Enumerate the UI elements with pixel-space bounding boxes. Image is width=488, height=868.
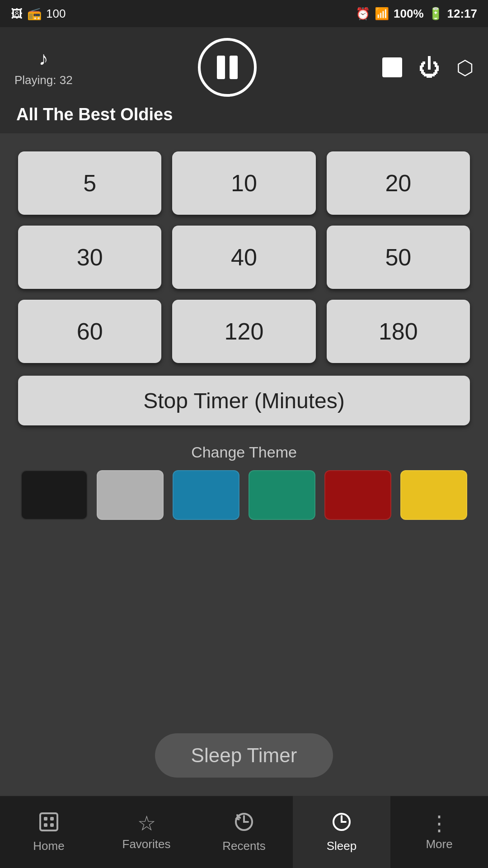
top-row: ♪ Playing: 32 ⏻ ⬡ — [14, 38, 474, 97]
power-button[interactable]: ⏻ — [418, 55, 440, 80]
status-bar-right: ⏰ 📶 100% 🔋 12:17 — [356, 7, 477, 21]
control-buttons: ⏻ ⬡ — [382, 55, 474, 80]
theme-red[interactable] — [324, 470, 391, 520]
timer-180-button[interactable]: 180 — [327, 300, 470, 363]
share-button[interactable]: ⬡ — [456, 56, 474, 79]
svg-rect-1 — [44, 817, 47, 821]
timer-40-button[interactable]: 40 — [172, 226, 315, 289]
theme-yellow[interactable] — [400, 470, 467, 520]
battery-icon: 🔋 — [428, 7, 443, 21]
status-bar: 🖼 📻 100 ⏰ 📶 100% 🔋 12:17 — [0, 0, 488, 27]
nav-favorites[interactable]: ☆ Favorites — [98, 796, 195, 868]
home-icon — [38, 811, 59, 835]
timer-20-button[interactable]: 20 — [327, 151, 470, 215]
favorites-icon: ☆ — [137, 813, 156, 834]
more-icon: ⋮ — [429, 813, 450, 834]
signal-strength: 100 — [46, 7, 66, 21]
music-note-icon: ♪ — [39, 48, 48, 70]
timer-30-button[interactable]: 30 — [18, 226, 161, 289]
nav-sleep-label: Sleep — [327, 839, 357, 853]
theme-swatches — [18, 470, 470, 520]
nav-home[interactable]: Home — [0, 796, 98, 868]
pause-button[interactable] — [198, 38, 257, 97]
bottom-nav: Home ☆ Favorites Recents Sleep ⋮ More — [0, 796, 488, 868]
clock-time: 12:17 — [447, 7, 478, 21]
nav-more-label: More — [426, 837, 452, 851]
top-controls: ♪ Playing: 32 ⏻ ⬡ All The Best Oldies — [0, 27, 488, 133]
timer-50-button[interactable]: 50 — [327, 226, 470, 289]
timer-grid: 5 10 20 30 40 50 60 120 180 — [18, 151, 470, 363]
timer-120-button[interactable]: 120 — [172, 300, 315, 363]
station-title: All The Best Oldies — [14, 105, 173, 124]
photo-icon: 🖼 — [11, 7, 23, 21]
timer-60-button[interactable]: 60 — [18, 300, 161, 363]
theme-teal[interactable] — [249, 470, 315, 520]
theme-section-label: Change Theme — [191, 443, 297, 461]
svg-rect-3 — [44, 823, 47, 827]
playing-label: Playing: 32 — [14, 73, 73, 87]
stop-button[interactable] — [382, 57, 402, 77]
radio-icon: 📻 — [27, 7, 42, 21]
theme-black[interactable] — [21, 470, 88, 520]
recents-icon — [234, 811, 254, 835]
alarm-icon: ⏰ — [356, 7, 370, 21]
music-info: ♪ Playing: 32 — [14, 48, 73, 87]
nav-recents-label: Recents — [222, 839, 265, 853]
nav-recents[interactable]: Recents — [195, 796, 293, 868]
nav-home-label: Home — [33, 839, 64, 853]
nav-more[interactable]: ⋮ More — [390, 796, 488, 868]
theme-blue[interactable] — [173, 470, 239, 520]
sleep-icon — [331, 811, 352, 835]
wifi-icon: 📶 — [375, 7, 389, 21]
svg-rect-4 — [50, 823, 54, 827]
main-content: 5 10 20 30 40 50 60 120 180 Stop Timer (… — [0, 133, 488, 796]
svg-rect-0 — [40, 813, 57, 830]
pause-button-container[interactable] — [198, 38, 257, 97]
timer-5-button[interactable]: 5 — [18, 151, 161, 215]
sleep-timer-button[interactable]: Sleep Timer — [155, 733, 333, 778]
timer-10-button[interactable]: 10 — [172, 151, 315, 215]
stop-timer-button[interactable]: Stop Timer (Minutes) — [18, 376, 470, 425]
battery-level: 100% — [394, 7, 424, 21]
svg-rect-2 — [50, 817, 54, 821]
nav-favorites-label: Favorites — [122, 837, 171, 851]
nav-sleep[interactable]: Sleep — [293, 796, 390, 868]
theme-gray[interactable] — [97, 470, 164, 520]
pause-icon — [217, 56, 238, 79]
status-bar-left: 🖼 📻 100 — [11, 7, 66, 21]
